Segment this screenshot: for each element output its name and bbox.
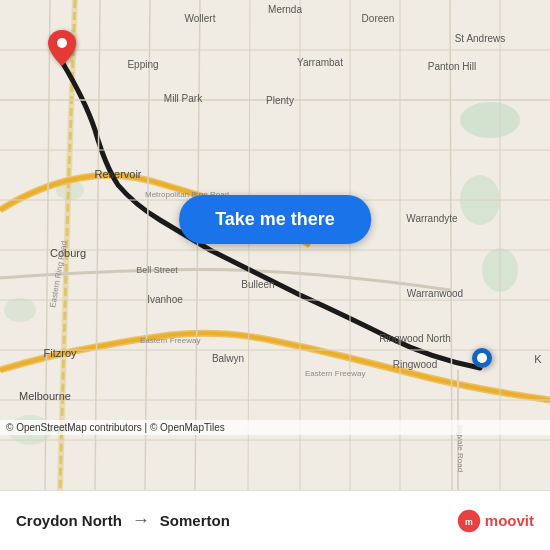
map-attribution: © OpenStreetMap contributors | © OpenMap… xyxy=(0,420,550,435)
svg-text:Warranwood: Warranwood xyxy=(407,288,463,299)
moovit-brand-text: moovit xyxy=(485,512,534,529)
svg-point-1 xyxy=(460,102,520,138)
svg-text:Bulleen: Bulleen xyxy=(241,279,274,290)
take-me-there-button[interactable]: Take me there xyxy=(179,195,371,244)
svg-text:Ringwood: Ringwood xyxy=(393,359,437,370)
moovit-logo: m moovit xyxy=(457,509,534,533)
svg-text:St Andrews: St Andrews xyxy=(455,33,506,44)
svg-text:Melbourne: Melbourne xyxy=(19,390,71,402)
svg-rect-0 xyxy=(0,0,550,490)
svg-point-58 xyxy=(477,353,487,363)
svg-text:Coburg: Coburg xyxy=(50,247,86,259)
svg-point-56 xyxy=(57,38,67,48)
svg-text:Bell Street: Bell Street xyxy=(136,265,178,275)
direction-arrow-icon: → xyxy=(132,510,150,531)
svg-text:Epping: Epping xyxy=(127,59,158,70)
svg-text:Reservoir: Reservoir xyxy=(94,168,141,180)
svg-text:Mill Park: Mill Park xyxy=(164,93,203,104)
bottom-bar: Croydon North → Somerton m moovit xyxy=(0,490,550,550)
svg-text:Fitzroy: Fitzroy xyxy=(44,347,78,359)
svg-point-5 xyxy=(4,298,36,322)
svg-text:K: K xyxy=(534,353,542,365)
destination-label: Somerton xyxy=(160,512,230,529)
map-container: Wollert Mernda Doreen St Andrews Epping … xyxy=(0,0,550,490)
svg-text:Wollert: Wollert xyxy=(185,13,216,24)
svg-text:Ringwood North: Ringwood North xyxy=(379,333,451,344)
svg-text:Plenty: Plenty xyxy=(266,95,294,106)
svg-text:m: m xyxy=(465,517,473,527)
svg-text:Yarrambat: Yarrambat xyxy=(297,57,343,68)
svg-text:Eastern Freeway: Eastern Freeway xyxy=(140,336,200,345)
svg-text:Ivanhoe: Ivanhoe xyxy=(147,294,183,305)
svg-text:Eastern Freeway: Eastern Freeway xyxy=(305,369,365,378)
svg-text:Warrandyte: Warrandyte xyxy=(406,213,458,224)
svg-text:Mernda: Mernda xyxy=(268,4,302,15)
svg-text:Balwyn: Balwyn xyxy=(212,353,244,364)
svg-text:Panton Hill: Panton Hill xyxy=(428,61,476,72)
origin-label: Croydon North xyxy=(16,512,122,529)
svg-text:Doreen: Doreen xyxy=(362,13,395,24)
